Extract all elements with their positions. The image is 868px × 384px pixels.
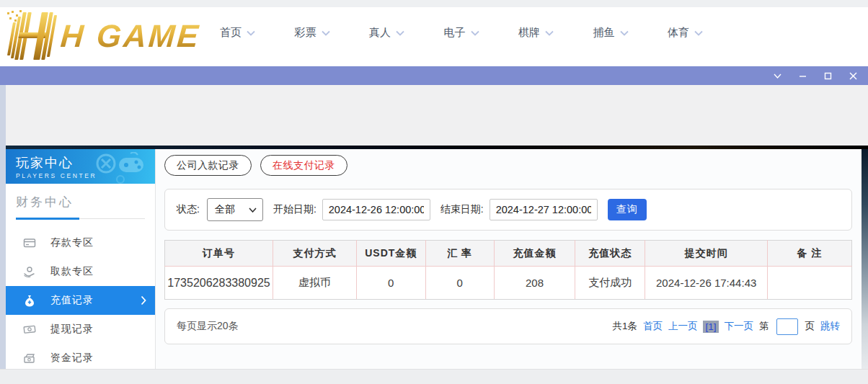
cell-usdt-amount: 0 [356, 267, 425, 300]
main-nav: 首页 彩票 真人 电子 棋牌 捕鱼 [220, 26, 703, 40]
total-count-text: 共1条 [612, 320, 637, 333]
window-titlebar [0, 66, 868, 85]
nav-item-live[interactable]: 真人 [369, 26, 404, 40]
tab-online-payment-records[interactable]: 在线支付记录 [260, 155, 347, 176]
status-select-value: 全部 [215, 203, 235, 216]
col-rate: 汇 率 [425, 241, 494, 267]
col-usdt-amount: USDT金额 [356, 241, 425, 267]
finance-section: 财务中心 [6, 184, 155, 220]
nav-item-sports[interactable]: 体育 [668, 26, 703, 40]
funds-stack-icon [23, 352, 36, 365]
prev-page-link[interactable]: 上一页 [668, 320, 698, 333]
status-select[interactable]: 全部 [207, 198, 263, 221]
cell-submit-time: 2024-12-26 17:44:43 [645, 267, 768, 300]
cash-note-icon [23, 323, 36, 336]
chevron-down-icon [471, 30, 479, 36]
start-date-input[interactable] [322, 199, 430, 220]
records-table: 订单号 支付方式 USDT金额 汇 率 充值金额 充值状态 提交时间 备 注 1… [164, 240, 852, 300]
deposit-card-icon [23, 236, 36, 249]
page-jump-input[interactable] [776, 318, 798, 335]
chevron-down-icon [620, 30, 629, 36]
filter-bar: 状态: 全部 开始日期: 结束日期: 查询 [164, 189, 852, 231]
first-page-link[interactable]: 首页 [643, 320, 663, 333]
sidebar: 玩家中心 PLAYERS CENTER 财务中心 存款专区 [6, 149, 156, 369]
maximize-icon[interactable] [823, 71, 833, 81]
pager-controls: 共1条 首页 上一页 [1] 下一页 第 页 跳转 [612, 318, 840, 335]
chevron-down-icon [322, 30, 330, 36]
cell-recharge-status: 支付成功 [575, 267, 645, 300]
header-top-edge [0, 0, 868, 7]
withdraw-hand-icon [23, 265, 36, 278]
col-recharge-status: 充值状态 [575, 241, 645, 267]
end-date-label: 结束日期: [440, 203, 484, 216]
jump-prefix-label: 第 [759, 320, 769, 333]
table-header-row: 订单号 支付方式 USDT金额 汇 率 充值金额 充值状态 提交时间 备 注 [165, 241, 852, 267]
gamepad-icon [89, 152, 149, 184]
col-recharge-amount: 充值金额 [494, 241, 575, 267]
left-edge-strip [0, 85, 6, 369]
cell-pay-method: 虚拟币 [273, 267, 356, 300]
jump-link[interactable]: 跳转 [820, 320, 840, 333]
chevron-down-icon [694, 30, 703, 36]
sidebar-header: 玩家中心 PLAYERS CENTER [6, 149, 155, 184]
sidebar-item-withdraw[interactable]: 取款专区 [6, 257, 155, 286]
nav-item-lottery[interactable]: 彩票 [295, 26, 330, 40]
chevron-down-icon[interactable] [773, 71, 782, 81]
sidebar-item-deposit[interactable]: 存款专区 [6, 228, 155, 257]
col-submit-time: 提交时间 [645, 241, 768, 267]
cell-rate: 0 [425, 267, 494, 300]
table-row: 1735206283380925 虚拟币 0 0 208 支付成功 2024-1… [165, 267, 852, 300]
end-date-input[interactable] [490, 199, 598, 220]
nav-item-board[interactable]: 棋牌 [518, 26, 554, 40]
nav-item-slots[interactable]: 电子 [444, 26, 479, 40]
start-date-label: 开始日期: [273, 203, 316, 216]
chevron-down-icon [249, 207, 257, 213]
status-label: 状态: [177, 203, 200, 216]
nav-item-home[interactable]: 首页 [220, 26, 255, 40]
page-size-text: 每页显示20条 [177, 320, 239, 333]
tab-company-deposit-records[interactable]: 公司入款记录 [164, 155, 252, 176]
record-tabs: 公司入款记录 在线支付记录 [164, 155, 347, 176]
close-icon[interactable] [849, 71, 858, 81]
finance-section-title: 财务中心 [16, 194, 145, 210]
cell-order-no: 1735206283380925 [165, 267, 273, 300]
col-order-no: 订单号 [165, 241, 273, 267]
jump-suffix-label: 页 [805, 320, 815, 333]
logo-bars-icon [7, 11, 58, 61]
logo-text: H GAME [59, 18, 201, 54]
sidebar-item-funds-records[interactable]: 资金记录 [6, 344, 155, 372]
sidebar-item-recharge-records[interactable]: 充值记录 [6, 286, 155, 315]
app-window: H GAME 首页 彩票 真人 电子 棋牌 [0, 0, 868, 384]
finance-underline [16, 218, 145, 220]
pagination-bar: 每页显示20条 共1条 首页 上一页 [1] 下一页 第 页 跳转 [164, 308, 852, 344]
right-edge-shadow [862, 149, 868, 369]
cell-recharge-amount: 208 [494, 267, 575, 300]
sidebar-item-withdrawal-records[interactable]: 提现记录 [6, 315, 155, 344]
site-header: H GAME 首页 彩票 真人 电子 棋牌 [0, 0, 868, 66]
chevron-down-icon [545, 30, 554, 36]
minimize-icon[interactable] [798, 71, 807, 81]
chevron-right-icon [141, 295, 146, 305]
cell-remark [768, 267, 852, 300]
col-remark: 备 注 [768, 241, 852, 267]
next-page-link[interactable]: 下一页 [725, 320, 754, 333]
money-bag-icon [23, 294, 36, 307]
site-logo: H GAME [7, 10, 200, 62]
chevron-down-icon [396, 30, 404, 36]
sidebar-menu: 存款专区 取款专区 充值记录 提现记录 资金记录 [6, 228, 155, 372]
current-page-badge: [1] [703, 321, 718, 333]
nav-item-fishing[interactable]: 捕鱼 [593, 26, 629, 40]
query-button[interactable]: 查询 [608, 199, 647, 220]
col-pay-method: 支付方式 [273, 241, 356, 267]
chevron-down-icon [247, 30, 255, 36]
main-content: 公司入款记录 在线支付记录 状态: 全部 开始日期: 结束日期: 查询 订单号 [156, 149, 862, 369]
